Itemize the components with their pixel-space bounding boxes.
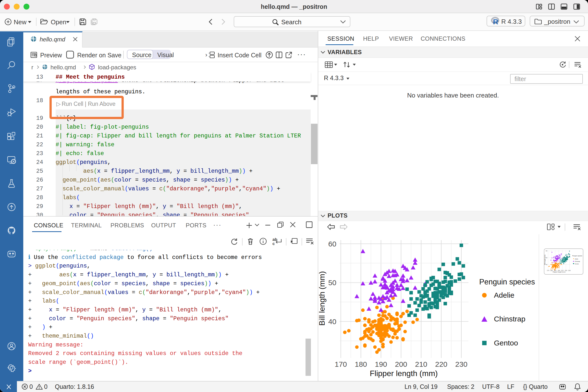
- svg-text:Adelie: Adelie: [575, 258, 578, 260]
- svg-text:190: 190: [554, 270, 557, 271]
- svg-text:Penguin species: Penguin species: [572, 255, 582, 256]
- svg-text:Flipper length (mm): Flipper length (mm): [553, 271, 566, 273]
- svg-text:170: 170: [547, 270, 550, 271]
- svg-text:50: 50: [546, 257, 547, 258]
- svg-text:230: 230: [568, 270, 571, 271]
- svg-text:40: 40: [546, 264, 547, 265]
- svg-text:200: 200: [558, 270, 560, 271]
- svg-text:180: 180: [550, 270, 553, 271]
- svg-text:210: 210: [561, 270, 564, 271]
- svg-text:220: 220: [565, 270, 568, 271]
- svg-text:Gentoo: Gentoo: [575, 263, 579, 264]
- svg-text:Chinstrap: Chinstrap: [575, 261, 580, 262]
- svg-text:Bill length (mm): Bill length (mm): [544, 254, 546, 265]
- svg-text:60: 60: [546, 250, 547, 252]
